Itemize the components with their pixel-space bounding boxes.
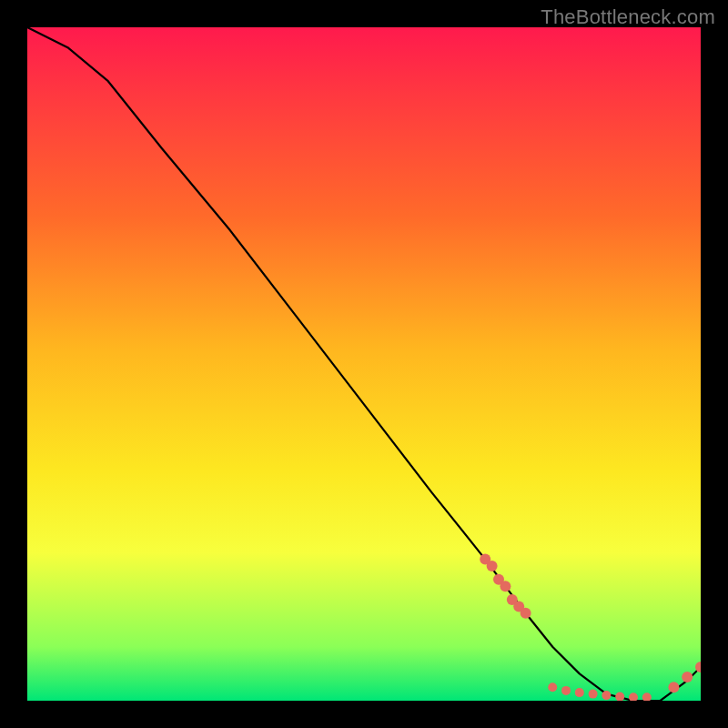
marker-cluster-left [480,554,531,619]
plot-area [27,27,701,701]
data-point [548,682,557,692]
data-point [682,672,693,682]
data-point [561,686,571,695]
data-point [500,581,511,592]
data-point [487,561,498,571]
data-point [521,608,531,619]
data-point [589,690,598,699]
chart-frame: TheBottleneck.com [0,0,728,728]
data-point [629,693,638,701]
data-point [668,682,679,693]
chart-svg [27,27,701,701]
marker-cluster-right [668,662,701,693]
data-point [642,693,652,701]
data-point [575,688,584,697]
data-point [602,691,611,700]
watermark-text: TheBottleneck.com [541,5,715,29]
marker-cluster-bottom [548,682,652,701]
line-series-curve [27,27,701,701]
data-point [615,693,624,701]
